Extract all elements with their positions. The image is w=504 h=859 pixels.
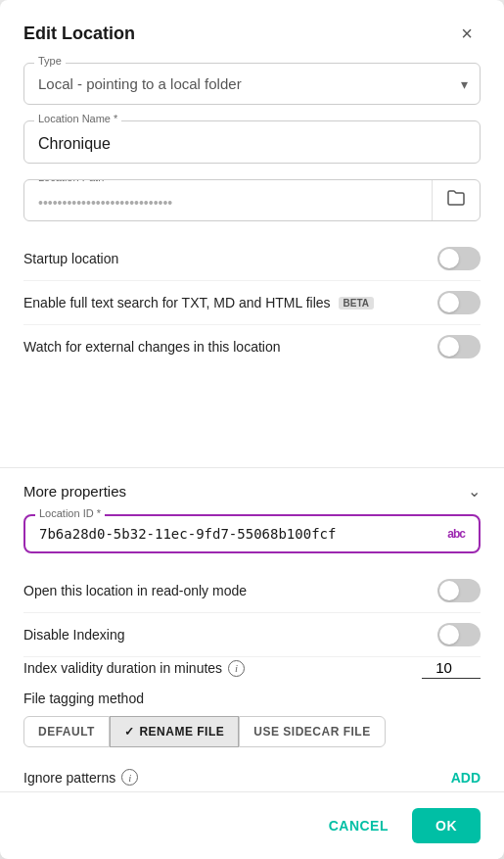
read-only-label: Open this location in read-only mode — [23, 583, 247, 598]
ignore-info-icon: i — [121, 769, 138, 786]
chevron-up-icon: ⌄ — [468, 482, 481, 501]
dialog-header: Edit Location × — [0, 0, 504, 63]
tag-rename-button[interactable]: ✓RENAME FILE — [110, 716, 239, 747]
check-icon: ✓ — [124, 725, 135, 739]
type-field-group: Type Local - pointing to a local folder … — [23, 63, 481, 105]
location-id-value: 7b6a28d0-5b32-11ec-9fd7-55068b100fcf — [39, 526, 439, 542]
index-validity-label: Index validity duration in minutes i — [23, 660, 245, 677]
tag-sidecar-button[interactable]: USE SIDECAR FILE — [239, 716, 385, 747]
beta-badge: BETA — [339, 297, 374, 310]
ok-button[interactable]: OK — [412, 808, 481, 843]
read-only-toggle[interactable] — [437, 579, 481, 602]
more-properties-content: Location ID * 7b6a28d0-5b32-11ec-9fd7-55… — [0, 514, 504, 791]
folder-icon — [446, 190, 466, 211]
file-tagging-label: File tagging method — [23, 691, 481, 706]
cancel-button[interactable]: CANCEL — [317, 810, 400, 841]
disable-indexing-row: Disable Indexing — [23, 613, 481, 657]
close-button[interactable]: × — [453, 20, 481, 47]
dialog-title: Edit Location — [23, 24, 135, 44]
index-validity-row: Index validity duration in minutes i — [23, 657, 481, 679]
close-icon: × — [461, 23, 473, 45]
location-name-label: Location Name * — [34, 113, 121, 124]
tagging-buttons-group: DEFAULT ✓RENAME FILE USE SIDECAR FILE — [23, 716, 481, 747]
more-properties-label: More properties — [23, 483, 126, 500]
ignore-patterns-row: Ignore patterns i ADD — [23, 763, 481, 791]
dialog-footer: CANCEL OK — [0, 791, 504, 859]
startup-location-toggle[interactable] — [437, 247, 481, 270]
abc-icon: abc — [447, 527, 465, 541]
type-select[interactable]: Local - pointing to a local folder — [24, 64, 480, 104]
folder-browse-button[interactable] — [432, 180, 480, 220]
watch-external-row: Watch for external changes in this locat… — [23, 325, 481, 368]
full-text-search-label: Enable full text search for TXT, MD and … — [23, 295, 374, 310]
full-text-search-toggle[interactable] — [437, 291, 481, 314]
location-path-input[interactable] — [24, 181, 432, 220]
startup-location-label: Startup location — [23, 251, 118, 266]
location-path-group: Location Path * — [23, 179, 481, 221]
add-ignore-pattern-button[interactable]: ADD — [451, 770, 481, 786]
tag-default-button[interactable]: DEFAULT — [23, 716, 110, 747]
index-validity-input[interactable] — [422, 657, 481, 679]
location-id-group: Location ID * 7b6a28d0-5b32-11ec-9fd7-55… — [23, 514, 481, 553]
disable-indexing-toggle[interactable] — [437, 623, 481, 646]
watch-external-label: Watch for external changes in this locat… — [23, 339, 281, 355]
read-only-row: Open this location in read-only mode — [23, 569, 481, 613]
location-id-label: Location ID * — [35, 507, 105, 519]
dialog-content: Type Local - pointing to a local folder … — [0, 63, 504, 467]
disable-indexing-label: Disable Indexing — [23, 627, 125, 643]
type-label: Type — [34, 55, 66, 67]
full-text-search-row: Enable full text search for TXT, MD and … — [23, 281, 481, 325]
watch-external-toggle[interactable] — [437, 335, 481, 358]
ignore-patterns-label: Ignore patterns i — [23, 769, 138, 786]
info-icon: i — [228, 660, 245, 677]
edit-location-dialog: Edit Location × Type Local - pointing to… — [0, 0, 504, 859]
location-path-label: Location Path * — [34, 179, 115, 183]
location-name-input[interactable] — [24, 121, 480, 163]
startup-location-row: Startup location — [23, 237, 481, 281]
location-name-group: Location Name * — [23, 120, 481, 164]
